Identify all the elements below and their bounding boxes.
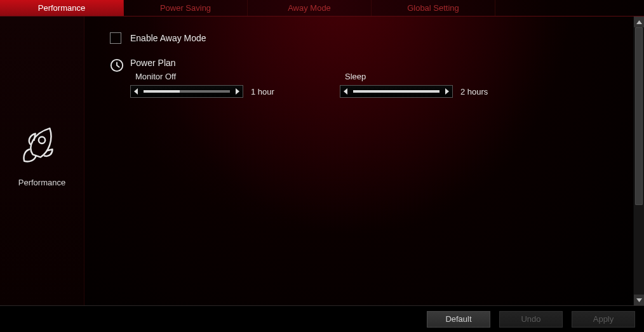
svg-marker-6: [636, 20, 642, 24]
chevron-left-icon[interactable]: [343, 88, 349, 95]
monitor-off-fill: [144, 90, 180, 93]
tab-away-mode[interactable]: Away Mode: [248, 0, 372, 16]
tab-power-saving[interactable]: Power Saving: [124, 0, 248, 16]
content-area: Enable Away Mode Power Plan: [84, 17, 633, 305]
scrollbar-thumb[interactable]: [635, 27, 643, 205]
svg-marker-5: [445, 88, 449, 95]
scroll-up-button[interactable]: [634, 17, 644, 27]
monitor-off-value: 1 hour: [251, 87, 274, 96]
svg-marker-3: [236, 88, 239, 95]
scroll-down-button[interactable]: [634, 295, 644, 305]
svg-point-0: [39, 137, 45, 143]
clock-icon: [110, 58, 124, 74]
tabbar: Performance Power Saving Away Mode Globa…: [0, 0, 644, 17]
vertical-scrollbar[interactable]: [633, 17, 644, 305]
svg-marker-4: [344, 88, 347, 95]
enable-away-mode-checkbox[interactable]: [110, 32, 121, 44]
sleep-value: 2 hours: [460, 87, 488, 96]
default-button[interactable]: Default: [427, 311, 490, 328]
undo-button[interactable]: Undo: [499, 311, 563, 328]
tab-global-setting[interactable]: Global Setting: [372, 0, 495, 16]
enable-away-mode-label: Enable Away Mode: [130, 33, 206, 43]
chevron-right-icon[interactable]: [443, 88, 450, 95]
sidebar-label: Performance: [18, 178, 65, 187]
footer: Default Undo Apply: [0, 305, 644, 332]
chevron-right-icon[interactable]: [234, 88, 240, 95]
sleep-label: Sleep: [340, 72, 505, 81]
monitor-off-label: Monitor Off: [130, 72, 295, 81]
tab-performance[interactable]: Performance: [0, 0, 124, 16]
sleep-track[interactable]: [353, 90, 439, 93]
svg-marker-2: [134, 88, 138, 95]
monitor-off-track[interactable]: [144, 90, 230, 93]
sleep-slider[interactable]: [340, 85, 453, 98]
apply-button[interactable]: Apply: [572, 311, 635, 328]
power-plan-title: Power Plan: [130, 58, 608, 68]
rocket-icon: [21, 124, 63, 166]
scrollbar-track[interactable]: [634, 27, 644, 295]
sleep-fill: [353, 90, 439, 93]
sidebar: Performance: [0, 17, 84, 305]
chevron-left-icon[interactable]: [133, 88, 140, 95]
svg-marker-7: [636, 298, 642, 302]
monitor-off-slider[interactable]: [130, 85, 243, 98]
